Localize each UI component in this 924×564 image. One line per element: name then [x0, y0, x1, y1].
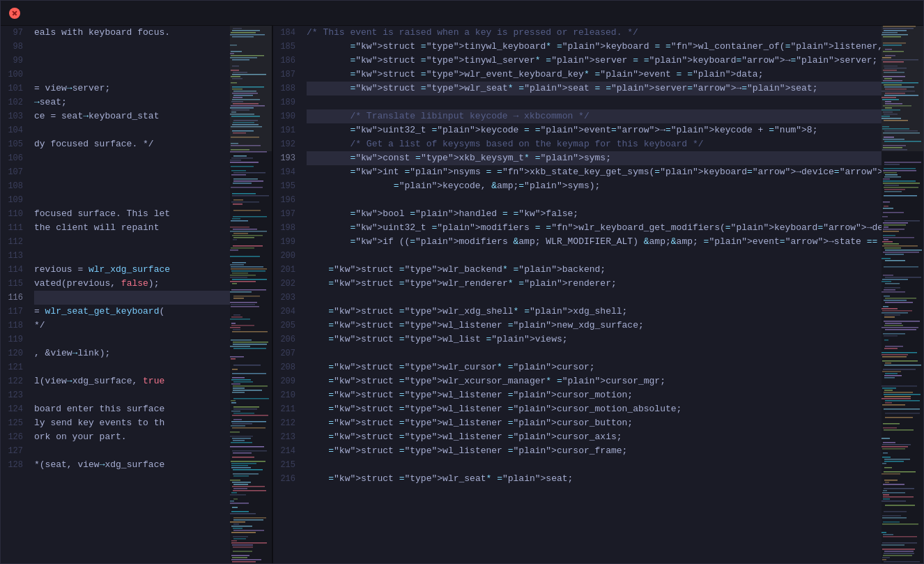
right-code-content: /* This event is raised when a key is pr…: [304, 26, 881, 563]
line-number: 126: [3, 430, 26, 444]
code-line: ="kw">struct ="type">wlr_event_keyboard_…: [307, 68, 881, 82]
line-number: 115: [3, 277, 26, 291]
code-line: vated(previous, false);: [34, 277, 230, 291]
code-line: ="kw">uint32_t ="plain">modifiers = ="fn…: [307, 221, 881, 235]
line-number: 121: [3, 360, 26, 374]
line-number: 197: [276, 207, 298, 221]
editor-window: 9798991001011021031041051061071081091101…: [0, 0, 924, 564]
code-line: ="kw">struct ="type">wlr_xcursor_manager…: [307, 374, 881, 388]
code-line: →seat;: [34, 96, 230, 109]
line-number: 206: [276, 333, 298, 346]
code-line: [307, 291, 881, 305]
code-line: ="kw">struct ="type">wl_listener ="plain…: [307, 319, 881, 333]
code-line: ="kw">struct ="type">wl_listener ="plain…: [307, 388, 881, 402]
line-number: 203: [276, 291, 298, 305]
code-line: [34, 123, 230, 137]
line-number: 122: [3, 374, 26, 388]
left-code-content: eals with keyboard focus. = view→server;…: [31, 26, 230, 563]
line-number: 107: [3, 165, 26, 179]
code-line: ="kw">uint32_t ="plain">keycode = ="plai…: [307, 123, 881, 137]
left-pane: 9798991001011021031041051061071081091101…: [1, 26, 272, 563]
code-line: [34, 360, 230, 374]
line-number: 125: [3, 416, 26, 430]
line-number: 112: [3, 235, 26, 249]
code-line: [34, 165, 230, 179]
code-line: ="kw">struct ="type">wl_listener ="plain…: [307, 430, 881, 444]
code-line: /* This event is raised when a key is pr…: [307, 26, 881, 40]
line-number: 120: [3, 346, 26, 360]
line-number: 212: [276, 416, 298, 430]
left-code-area[interactable]: 9798991001011021031041051061071081091101…: [1, 26, 272, 563]
code-line: ="plain">keycode, &amp;="plain">syms);: [307, 179, 881, 193]
line-number: 100: [3, 68, 26, 82]
line-number: 193: [276, 151, 298, 165]
line-number: 118: [3, 319, 26, 333]
line-number: 106: [3, 151, 26, 165]
line-number: 201: [276, 263, 298, 277]
code-line: = wlr_seat_get_keyboard(: [34, 305, 230, 319]
code-line: ="kw">bool ="plain">handled = ="kw">fals…: [307, 207, 881, 221]
line-number: 195: [276, 179, 298, 193]
line-number: 109: [3, 193, 26, 207]
code-line: [34, 151, 230, 165]
line-number: 185: [276, 40, 298, 54]
line-number: 101: [3, 82, 26, 96]
line-number: 111: [3, 221, 26, 235]
line-number: 123: [3, 388, 26, 402]
line-number: 117: [3, 305, 26, 319]
code-line: [34, 333, 230, 346]
editor-body: 9798991001011021031041051061071081091101…: [1, 26, 923, 563]
code-line: ="kw">struct ="type">wlr_seat* ="plain">…: [307, 82, 881, 96]
line-number: 205: [276, 319, 298, 333]
code-line: /* Get a list of keysyms based on the ke…: [307, 137, 881, 151]
line-number: 114: [3, 263, 26, 277]
code-line: board enter this surface: [34, 402, 230, 416]
line-number: 200: [276, 249, 298, 263]
code-line: l(view→xdg_surface, true: [34, 374, 230, 388]
line-number: 202: [276, 277, 298, 291]
line-number: 208: [276, 360, 298, 374]
right-code-area[interactable]: 1841851861871881891901911921931941951961…: [273, 26, 923, 563]
line-number: 215: [276, 458, 298, 472]
minimap-viewport: [230, 26, 272, 151]
right-minimap-viewport: [881, 26, 923, 151]
code-line: ="kw">const ="type">xkb_keysym_t* ="plai…: [307, 151, 881, 165]
left-minimap: [230, 26, 272, 563]
line-number: 113: [3, 249, 26, 263]
close-button[interactable]: [9, 8, 20, 19]
line-number: 128: [3, 458, 26, 472]
code-line: [34, 235, 230, 249]
line-number: 119: [3, 333, 26, 346]
code-line: ="kw">struct ="type">wl_listener ="plain…: [307, 444, 881, 458]
code-line: ly send key events to th: [34, 416, 230, 430]
line-number: 186: [276, 54, 298, 68]
line-number: 209: [276, 374, 298, 388]
code-line: [34, 291, 230, 305]
line-number: 104: [3, 123, 26, 137]
code-line: ="kw">struct ="type">wlr_backend* ="plai…: [307, 263, 881, 277]
line-number: 191: [276, 123, 298, 137]
code-line: [34, 388, 230, 402]
line-number: 97: [3, 26, 26, 40]
code-line: the client will repaint: [34, 221, 230, 235]
code-line: /* Translate libinput keycode → xkbcommo…: [307, 109, 881, 123]
line-number: 198: [276, 221, 298, 235]
code-line: ="kw">struct ="type">tinywl_server* ="pl…: [307, 54, 881, 68]
code-line: revious = wlr_xdg_surface: [34, 263, 230, 277]
line-number: 110: [3, 207, 26, 221]
code-line: , &view→link);: [34, 346, 230, 360]
line-number: 190: [276, 109, 298, 123]
line-number: 210: [276, 388, 298, 402]
line-number: 99: [3, 54, 26, 68]
line-number: 108: [3, 179, 26, 193]
code-line: [34, 54, 230, 68]
code-line: [307, 96, 881, 109]
line-number: 192: [276, 137, 298, 151]
line-number: 213: [276, 430, 298, 444]
code-line: [307, 193, 881, 207]
code-line: [34, 40, 230, 54]
code-line: ="kw">struct ="type">wl_listener ="plain…: [307, 402, 881, 416]
code-line: ="kw">struct ="type">wlr_seat* ="plain">…: [307, 472, 881, 486]
left-line-numbers: 9798991001011021031041051061071081091101…: [1, 26, 31, 563]
line-number: 184: [276, 26, 298, 40]
